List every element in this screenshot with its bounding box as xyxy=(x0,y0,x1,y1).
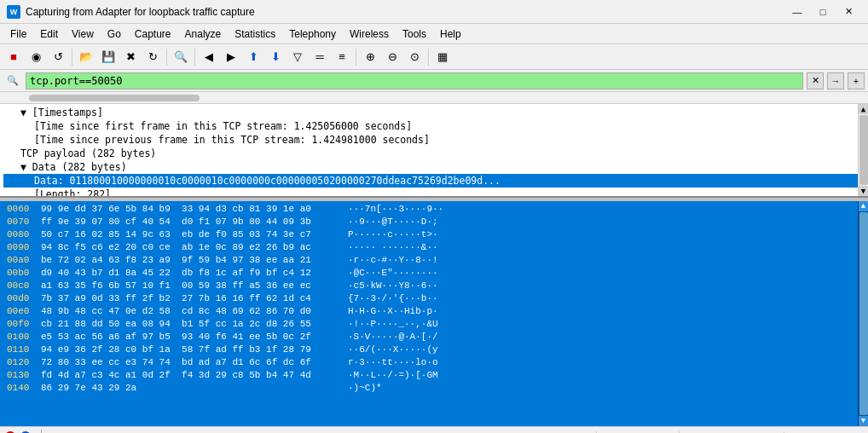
hex-row-0120[interactable]: 0120 72 80 33 ee cc e3 74 74 bd ad a7 d1… xyxy=(3,356,865,369)
back-button[interactable]: ◀ xyxy=(199,47,219,67)
hex-ascii: ·c5·kW···Y8··6·· xyxy=(348,280,438,292)
hscroll-thumb[interactable] xyxy=(29,95,200,101)
filter-input[interactable] xyxy=(26,72,803,89)
detail-scroll-down[interactable]: ▼ xyxy=(859,186,869,196)
horizontal-scrollbar[interactable] xyxy=(0,92,868,104)
hex-row-00e0[interactable]: 00e0 48 9b 48 cc 47 0e d2 58 cd 8c 48 69… xyxy=(3,305,865,318)
hex-bytes: ff 9e 39 07 80 cf 40 54 d0 f1 07 9b 80 4… xyxy=(41,216,348,228)
hex-scrollbar[interactable]: ▲ ▼ xyxy=(858,201,868,426)
filter-add-button[interactable]: + xyxy=(848,72,865,89)
hex-offset: 0070 xyxy=(7,216,41,228)
hex-row-0140[interactable]: 0140 86 29 7e 43 29 2a ·)~C)* xyxy=(3,382,865,395)
hex-row-00a0[interactable]: 00a0 be 72 02 a4 63 f8 23 a9 9f 59 b4 97… xyxy=(3,254,865,267)
data-field[interactable]: Data: 011800010000000010c0000010c0000000… xyxy=(3,174,865,188)
time-first-frame[interactable]: [Time since first frame in this TCP stre… xyxy=(3,119,865,133)
maximize-button[interactable]: □ xyxy=(810,3,836,20)
stop-button[interactable]: ■ xyxy=(3,47,24,67)
hex-ascii: ·r··c·#··Y··8··! xyxy=(348,254,438,267)
hex-row-00f0[interactable]: 00f0 cb 21 88 dd 50 ea 08 94 b1 5f cc 1a… xyxy=(3,318,865,331)
hex-row-0080[interactable]: 0080 50 c7 16 02 85 14 9c 63 eb de f0 85… xyxy=(3,228,865,241)
menu-go[interactable]: Go xyxy=(101,26,128,42)
menu-capture[interactable]: Capture xyxy=(128,26,178,42)
hex-bytes: d9 40 43 b7 d1 8a 45 22 db f8 1c af f9 b… xyxy=(41,267,348,280)
hex-ascii: r·3···tt····lo·o xyxy=(348,356,438,369)
detail-scrollbar[interactable]: ▲ ▼ xyxy=(858,104,868,196)
find-packet-button[interactable]: 🔍 xyxy=(171,47,191,67)
time-ref-button[interactable]: ≡ xyxy=(332,47,352,67)
hex-row-0070[interactable]: 0070 ff 9e 39 07 80 cf 40 54 d0 f1 07 9b… xyxy=(3,216,865,228)
menu-edit[interactable]: Edit xyxy=(33,26,65,42)
hex-offset: 0100 xyxy=(7,331,41,344)
hex-row-0100[interactable]: 0100 e5 53 ac 56 a6 af 97 b5 93 40 f6 41… xyxy=(3,331,865,344)
data-tree[interactable]: ▼ Data (282 bytes) xyxy=(3,160,865,174)
hex-bytes: 72 80 33 ee cc e3 74 74 bd ad a7 d1 6c 6… xyxy=(41,356,348,369)
timestamps-tree[interactable]: ▼ [Timestamps] xyxy=(3,106,865,119)
tcp-payload[interactable]: TCP payload (282 bytes) xyxy=(3,147,865,160)
hex-rows-container: 0060 99 9e dd 37 6e 5b 84 b9 33 94 d3 cb… xyxy=(0,201,868,396)
filter-clear-button[interactable]: ✕ xyxy=(807,72,824,89)
restart-button[interactable]: ◉ xyxy=(26,47,46,67)
hex-offset: 00a0 xyxy=(7,254,41,267)
hex-ascii: H·H·G··X··Hib·p· xyxy=(348,305,438,318)
hex-bytes: 7b 37 a9 0d 33 ff 2f b2 27 7b 16 16 ff 6… xyxy=(41,292,348,305)
menu-file[interactable]: File xyxy=(3,26,33,42)
timestamps-label: ▼ [Timestamps] xyxy=(20,107,103,118)
mark-button[interactable]: ═ xyxy=(310,47,330,67)
close-file-button[interactable]: ✖ xyxy=(120,47,141,67)
hex-scroll-down[interactable]: ▼ xyxy=(859,416,869,426)
hex-ascii: ·)~C)* xyxy=(348,382,382,395)
length-field[interactable]: [Length: 282] xyxy=(3,188,865,198)
zoom-fit-button[interactable]: ⊙ xyxy=(404,47,425,67)
autoscroll-button[interactable]: ↺ xyxy=(48,47,68,67)
hex-row-0110[interactable]: 0110 94 e9 36 2f 28 c0 bf 1a 58 7f ad ff… xyxy=(3,344,865,356)
coloring-rules-button[interactable]: ▦ xyxy=(432,47,453,67)
menu-view[interactable]: View xyxy=(65,26,101,42)
filter-apply-button[interactable]: → xyxy=(827,72,844,89)
hex-row-0090[interactable]: 0090 94 8c f5 c6 e2 20 c0 ce ab 1e 0c 89… xyxy=(3,241,865,254)
colorize-button[interactable]: ▽ xyxy=(287,47,308,67)
save-file-button[interactable]: 💾 xyxy=(98,47,119,67)
hex-bytes: cb 21 88 dd 50 ea 08 94 b1 5f cc 1a 2c d… xyxy=(41,318,348,331)
packet-detail-inner: ▼ [Timestamps] [Time since first frame i… xyxy=(0,104,868,198)
hex-ascii: {7··3·/·'{···b·· xyxy=(348,292,438,305)
menu-help[interactable]: Help xyxy=(433,26,468,42)
open-file-button[interactable]: 📂 xyxy=(76,47,96,67)
menu-bar: File Edit View Go Capture Analyze Statis… xyxy=(0,24,868,44)
hex-offset: 00e0 xyxy=(7,305,41,318)
forward-button[interactable]: ▶ xyxy=(221,47,241,67)
toolbar-sep-5 xyxy=(428,49,429,66)
hex-row-00c0[interactable]: 00c0 a1 63 35 f6 6b 57 10 f1 00 59 38 ff… xyxy=(3,280,865,292)
go-last-button[interactable]: ⬇ xyxy=(265,47,286,67)
menu-telephony[interactable]: Telephony xyxy=(282,26,343,42)
status-sep-1 xyxy=(41,430,42,434)
go-first-button[interactable]: ⬆ xyxy=(243,47,263,67)
detail-scroll-up[interactable]: ▲ xyxy=(859,104,869,114)
detail-scroll-thumb[interactable] xyxy=(859,115,868,185)
main-content: ▼ [Timestamps] [Time since first frame i… xyxy=(0,104,868,426)
hex-scroll-up[interactable]: ▲ xyxy=(859,201,869,211)
time-prev-frame-label: [Time since previous frame in this TCP s… xyxy=(34,134,430,146)
menu-wireless[interactable]: Wireless xyxy=(343,26,396,42)
zoom-in-button[interactable]: ⊕ xyxy=(360,47,380,67)
menu-tools[interactable]: Tools xyxy=(396,26,433,42)
reload-button[interactable]: ↻ xyxy=(142,47,163,67)
hex-offset: 0080 xyxy=(7,228,41,241)
hex-row-00d0[interactable]: 00d0 7b 37 a9 0d 33 ff 2f b2 27 7b 16 16… xyxy=(3,292,865,305)
hex-row-0060[interactable]: 0060 99 9e dd 37 6e 5b 84 b9 33 94 d3 cb… xyxy=(3,203,865,216)
hex-bytes: 99 9e dd 37 6e 5b 84 b9 33 94 d3 cb 81 3… xyxy=(41,203,348,216)
toolbar-sep-3 xyxy=(194,49,195,66)
minimize-button[interactable]: — xyxy=(784,3,810,20)
menu-analyze[interactable]: Analyze xyxy=(178,26,229,42)
hex-row-0130[interactable]: 0130 fd 4d a7 c3 4c a1 0d 2f f4 3d 29 c8… xyxy=(3,369,865,382)
hex-scroll-thumb[interactable] xyxy=(859,212,868,415)
hex-ascii: ····· ·······&·· xyxy=(348,241,438,254)
menu-statistics[interactable]: Statistics xyxy=(228,26,282,42)
close-button[interactable]: ✕ xyxy=(836,3,861,20)
hex-offset: 00f0 xyxy=(7,318,41,331)
hex-bytes: fd 4d a7 c3 4c a1 0d 2f f4 3d 29 c8 5b b… xyxy=(41,369,348,382)
hex-offset: 0060 xyxy=(7,203,41,216)
hex-dump-panel: 0060 99 9e dd 37 6e 5b 84 b9 33 94 d3 cb… xyxy=(0,201,868,426)
zoom-out-button[interactable]: ⊖ xyxy=(382,47,402,67)
time-prev-frame[interactable]: [Time since previous frame in this TCP s… xyxy=(3,133,865,147)
hex-row-00b0[interactable]: 00b0 d9 40 43 b7 d1 8a 45 22 db f8 1c af… xyxy=(3,267,865,280)
